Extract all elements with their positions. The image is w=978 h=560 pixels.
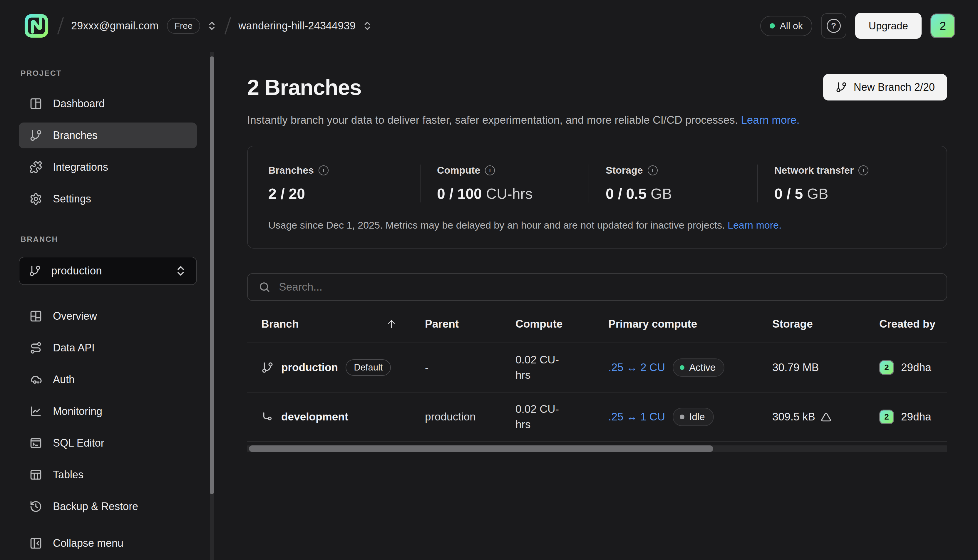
chevrons-up-down-icon[interactable] <box>362 20 373 31</box>
sidebar-item-tables[interactable]: Tables <box>19 462 197 488</box>
compute-value: 0.02 CU-hrs <box>515 352 571 383</box>
status-text: Active <box>689 362 716 373</box>
header-compute[interactable]: Compute <box>515 318 608 330</box>
sidebar-item-label: Auth <box>53 373 75 386</box>
git-branch-icon <box>29 129 42 142</box>
storage-value: 30.79 MB <box>772 362 819 374</box>
sidebar-item-label: Monitoring <box>53 405 102 418</box>
cell-storage: 309.5 kB <box>772 411 879 423</box>
stat-number: 0 / 5 <box>774 186 803 202</box>
sidebar: PROJECT Dashboard Branches <box>0 52 216 560</box>
chevrons-up-down-icon <box>175 265 187 277</box>
system-status-pill[interactable]: All ok <box>760 16 812 36</box>
info-icon[interactable]: i <box>485 165 495 175</box>
table-row-production[interactable]: production Default - 0.02 CU-hrs .25 ↔ 2… <box>247 343 947 393</box>
cell-compute: 0.02 CU-hrs <box>515 352 608 383</box>
sidebar-item-backup-restore[interactable]: Backup & Restore <box>19 493 197 520</box>
sidebar-item-sql-editor[interactable]: SQL Editor <box>19 430 197 456</box>
compute-value: 0.02 CU-hrs <box>515 402 571 432</box>
header-primary-compute[interactable]: Primary compute <box>608 318 772 330</box>
sidebar-item-data-api[interactable]: Data API <box>19 335 197 361</box>
neon-logo-icon[interactable] <box>23 12 50 39</box>
chevrons-up-down-icon[interactable] <box>207 20 217 31</box>
search-input[interactable] <box>279 281 936 293</box>
sidebar-item-branches[interactable]: Branches <box>19 123 197 148</box>
git-branch-icon <box>835 82 847 93</box>
table-icon <box>29 468 42 481</box>
info-icon[interactable]: i <box>858 165 868 175</box>
sidebar-item-dashboard[interactable]: Dashboard <box>19 91 197 117</box>
breadcrumb-slash-icon <box>225 17 231 35</box>
sidebar-scrollbar-thumb[interactable] <box>210 57 214 494</box>
stat-number: 0 / 100 <box>437 186 482 202</box>
branch-name[interactable]: development <box>281 411 348 423</box>
cell-created-by: 2 29dha <box>879 360 967 375</box>
header-parent[interactable]: Parent <box>425 318 515 330</box>
table-horizontal-scrollbar-thumb[interactable] <box>249 445 713 452</box>
table-row-development[interactable]: development production 0.02 CU-hrs .25 ↔… <box>247 393 947 442</box>
intro-learn-more-link[interactable]: Learn more. <box>741 114 800 126</box>
puzzle-icon <box>29 161 42 173</box>
main-content: 2 Branches New Branch 2/20 Instantly bra… <box>216 52 978 560</box>
sidebar-item-monitoring[interactable]: Monitoring <box>19 398 197 424</box>
idle-dot-icon <box>680 415 685 419</box>
notification-count-badge[interactable]: 2 <box>930 13 955 38</box>
sidebar-item-label: Overview <box>53 310 97 322</box>
table-horizontal-scrollbar-track[interactable] <box>247 445 947 452</box>
new-branch-button[interactable]: New Branch 2/20 <box>823 74 947 100</box>
sidebar-item-label: Integrations <box>53 161 108 173</box>
terminal-icon <box>29 437 42 450</box>
sidebar-item-label: Data API <box>53 342 95 354</box>
usage-learn-more-link[interactable]: Learn more. <box>728 220 781 231</box>
project-selector[interactable]: wandering-hill-24344939 <box>238 20 373 32</box>
default-badge: Default <box>346 359 391 376</box>
page-title: 2 Branches <box>247 75 362 100</box>
header-created-by[interactable]: Created by <box>879 318 967 330</box>
org-selector[interactable]: 29xxx@gmail.com Free <box>71 18 217 34</box>
sidebar-item-settings[interactable]: Settings <box>19 186 197 212</box>
upgrade-button[interactable]: Upgrade <box>855 13 921 39</box>
sidebar-item-label: Dashboard <box>53 98 105 110</box>
header-branch[interactable]: Branch <box>261 318 425 330</box>
intro-body: Instantly branch your data to deliver fa… <box>247 114 738 126</box>
branch-name[interactable]: production <box>281 362 338 374</box>
branch-selector-dropdown[interactable]: production <box>19 257 197 285</box>
help-button[interactable]: ? <box>821 13 846 38</box>
sidebar-item-overview[interactable]: Overview <box>19 303 197 329</box>
stat-value: 0 / 5GB <box>774 185 926 202</box>
topbar: 29xxx@gmail.com Free wandering-hill-2434… <box>0 0 978 52</box>
sort-ascending-icon[interactable] <box>386 319 397 329</box>
stat-compute: Compute i 0 / 100CU-hrs <box>420 165 589 202</box>
delta-triangle-icon <box>820 411 831 422</box>
stat-number: 2 / 20 <box>268 186 305 202</box>
sidebar-item-label: Branches <box>53 129 98 142</box>
sidebar-scroll-area: PROJECT Dashboard Branches <box>0 52 216 526</box>
usage-note: Usage since Dec 1, 2025. Metrics may be … <box>268 220 926 231</box>
avatar: 2 <box>879 360 894 375</box>
gear-icon <box>29 192 42 205</box>
stat-label: Storage <box>606 165 643 176</box>
search-box[interactable] <box>247 273 947 301</box>
stat-number: 0 / 0.5 <box>606 186 646 202</box>
stat-value: 0 / 100CU-hrs <box>437 185 589 202</box>
app-root: 29xxx@gmail.com Free wandering-hill-2434… <box>0 0 978 560</box>
info-icon[interactable]: i <box>318 165 328 175</box>
sidebar-item-integrations[interactable]: Integrations <box>19 154 197 180</box>
sidebar-bottom: Collapse menu <box>0 526 216 560</box>
cell-created-by: 2 29dha <box>879 410 967 424</box>
stat-label-row: Network transfer i <box>774 165 926 176</box>
sidebar-item-auth[interactable]: Auth <box>19 367 197 393</box>
compute-size-link[interactable]: .25 ↔ 2 CU <box>608 362 665 374</box>
cloud-key-icon <box>29 373 42 386</box>
stat-label-row: Branches i <box>268 165 420 176</box>
info-icon[interactable]: i <box>648 165 658 175</box>
stat-label: Compute <box>437 165 480 176</box>
branch-selector-value: production <box>51 265 165 277</box>
compute-size-link[interactable]: .25 ↔ 1 CU <box>608 411 665 423</box>
stat-unit: GB <box>651 186 672 202</box>
storage-value: 309.5 kB <box>772 411 815 423</box>
overview-grid-icon <box>29 310 42 323</box>
header-storage[interactable]: Storage <box>772 318 879 330</box>
collapse-menu-button[interactable]: Collapse menu <box>19 530 197 556</box>
sidebar-item-label: SQL Editor <box>53 437 104 449</box>
